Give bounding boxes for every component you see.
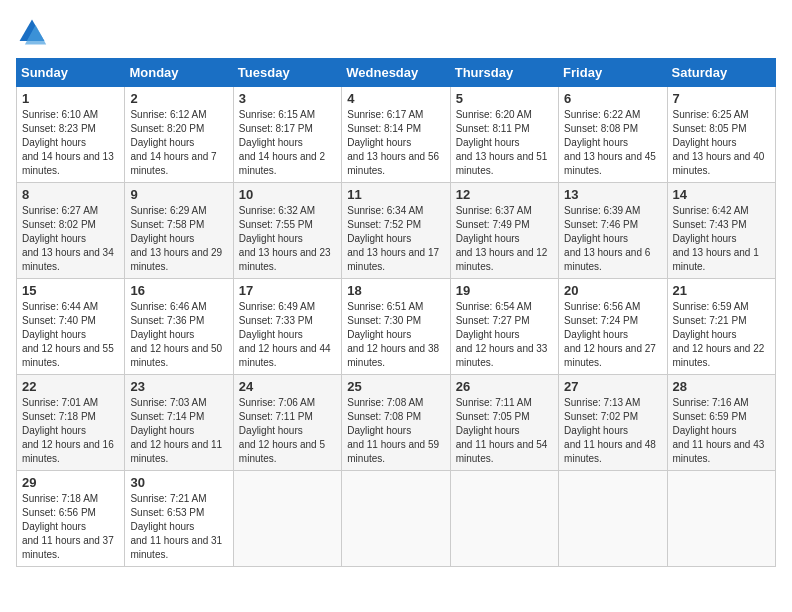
day-info: Sunrise: 6:10 AMSunset: 8:23 PMDaylight … [22,108,119,178]
weekday-header: Thursday [450,59,558,87]
day-number: 5 [456,91,553,106]
day-info: Sunrise: 6:34 AMSunset: 7:52 PMDaylight … [347,204,444,274]
calendar-day-cell: 24Sunrise: 7:06 AMSunset: 7:11 PMDayligh… [233,375,341,471]
day-info: Sunrise: 6:59 AMSunset: 7:21 PMDaylight … [673,300,770,370]
calendar-day-cell: 29Sunrise: 7:18 AMSunset: 6:56 PMDayligh… [17,471,125,567]
calendar-week-row: 8Sunrise: 6:27 AMSunset: 8:02 PMDaylight… [17,183,776,279]
day-info: Sunrise: 7:06 AMSunset: 7:11 PMDaylight … [239,396,336,466]
weekday-header: Tuesday [233,59,341,87]
calendar-day-cell [667,471,775,567]
calendar-day-cell: 17Sunrise: 6:49 AMSunset: 7:33 PMDayligh… [233,279,341,375]
day-info: Sunrise: 6:22 AMSunset: 8:08 PMDaylight … [564,108,661,178]
day-info: Sunrise: 6:42 AMSunset: 7:43 PMDaylight … [673,204,770,274]
day-number: 8 [22,187,119,202]
calendar-day-cell: 8Sunrise: 6:27 AMSunset: 8:02 PMDaylight… [17,183,125,279]
calendar-week-row: 22Sunrise: 7:01 AMSunset: 7:18 PMDayligh… [17,375,776,471]
day-number: 15 [22,283,119,298]
day-number: 16 [130,283,227,298]
calendar-day-cell: 22Sunrise: 7:01 AMSunset: 7:18 PMDayligh… [17,375,125,471]
day-number: 22 [22,379,119,394]
calendar-day-cell: 20Sunrise: 6:56 AMSunset: 7:24 PMDayligh… [559,279,667,375]
day-number: 18 [347,283,444,298]
day-info: Sunrise: 6:12 AMSunset: 8:20 PMDaylight … [130,108,227,178]
day-number: 13 [564,187,661,202]
day-info: Sunrise: 7:21 AMSunset: 6:53 PMDaylight … [130,492,227,562]
day-number: 2 [130,91,227,106]
calendar-day-cell: 13Sunrise: 6:39 AMSunset: 7:46 PMDayligh… [559,183,667,279]
day-info: Sunrise: 6:32 AMSunset: 7:55 PMDaylight … [239,204,336,274]
day-info: Sunrise: 6:44 AMSunset: 7:40 PMDaylight … [22,300,119,370]
day-number: 26 [456,379,553,394]
day-number: 21 [673,283,770,298]
day-number: 7 [673,91,770,106]
calendar-day-cell: 4Sunrise: 6:17 AMSunset: 8:14 PMDaylight… [342,87,450,183]
weekday-header: Friday [559,59,667,87]
day-number: 23 [130,379,227,394]
day-info: Sunrise: 6:49 AMSunset: 7:33 PMDaylight … [239,300,336,370]
calendar-day-cell: 18Sunrise: 6:51 AMSunset: 7:30 PMDayligh… [342,279,450,375]
day-info: Sunrise: 6:27 AMSunset: 8:02 PMDaylight … [22,204,119,274]
day-number: 3 [239,91,336,106]
day-info: Sunrise: 7:08 AMSunset: 7:08 PMDaylight … [347,396,444,466]
weekday-header: Monday [125,59,233,87]
day-number: 17 [239,283,336,298]
calendar-day-cell: 25Sunrise: 7:08 AMSunset: 7:08 PMDayligh… [342,375,450,471]
calendar-day-cell: 28Sunrise: 7:16 AMSunset: 6:59 PMDayligh… [667,375,775,471]
day-number: 9 [130,187,227,202]
weekday-header-row: SundayMondayTuesdayWednesdayThursdayFrid… [17,59,776,87]
day-info: Sunrise: 6:15 AMSunset: 8:17 PMDaylight … [239,108,336,178]
calendar-day-cell [450,471,558,567]
day-info: Sunrise: 7:16 AMSunset: 6:59 PMDaylight … [673,396,770,466]
day-info: Sunrise: 6:39 AMSunset: 7:46 PMDaylight … [564,204,661,274]
day-info: Sunrise: 6:56 AMSunset: 7:24 PMDaylight … [564,300,661,370]
day-number: 25 [347,379,444,394]
calendar-day-cell: 27Sunrise: 7:13 AMSunset: 7:02 PMDayligh… [559,375,667,471]
calendar-week-row: 1Sunrise: 6:10 AMSunset: 8:23 PMDaylight… [17,87,776,183]
day-info: Sunrise: 6:37 AMSunset: 7:49 PMDaylight … [456,204,553,274]
calendar-day-cell [342,471,450,567]
calendar-day-cell: 1Sunrise: 6:10 AMSunset: 8:23 PMDaylight… [17,87,125,183]
header [16,16,776,48]
day-number: 6 [564,91,661,106]
logo [16,16,52,48]
day-info: Sunrise: 7:18 AMSunset: 6:56 PMDaylight … [22,492,119,562]
day-number: 11 [347,187,444,202]
day-number: 24 [239,379,336,394]
calendar-day-cell: 11Sunrise: 6:34 AMSunset: 7:52 PMDayligh… [342,183,450,279]
calendar-day-cell: 14Sunrise: 6:42 AMSunset: 7:43 PMDayligh… [667,183,775,279]
day-info: Sunrise: 7:01 AMSunset: 7:18 PMDaylight … [22,396,119,466]
calendar-day-cell: 23Sunrise: 7:03 AMSunset: 7:14 PMDayligh… [125,375,233,471]
day-info: Sunrise: 6:29 AMSunset: 7:58 PMDaylight … [130,204,227,274]
day-info: Sunrise: 6:54 AMSunset: 7:27 PMDaylight … [456,300,553,370]
calendar-day-cell: 9Sunrise: 6:29 AMSunset: 7:58 PMDaylight… [125,183,233,279]
calendar-day-cell: 30Sunrise: 7:21 AMSunset: 6:53 PMDayligh… [125,471,233,567]
day-number: 27 [564,379,661,394]
day-info: Sunrise: 6:46 AMSunset: 7:36 PMDaylight … [130,300,227,370]
calendar-day-cell: 26Sunrise: 7:11 AMSunset: 7:05 PMDayligh… [450,375,558,471]
calendar-day-cell: 10Sunrise: 6:32 AMSunset: 7:55 PMDayligh… [233,183,341,279]
calendar-day-cell: 21Sunrise: 6:59 AMSunset: 7:21 PMDayligh… [667,279,775,375]
calendar-day-cell: 16Sunrise: 6:46 AMSunset: 7:36 PMDayligh… [125,279,233,375]
day-number: 29 [22,475,119,490]
calendar-day-cell: 2Sunrise: 6:12 AMSunset: 8:20 PMDaylight… [125,87,233,183]
day-number: 20 [564,283,661,298]
calendar-day-cell [559,471,667,567]
day-number: 14 [673,187,770,202]
calendar-day-cell: 6Sunrise: 6:22 AMSunset: 8:08 PMDaylight… [559,87,667,183]
day-number: 28 [673,379,770,394]
weekday-header: Sunday [17,59,125,87]
day-number: 1 [22,91,119,106]
day-info: Sunrise: 6:51 AMSunset: 7:30 PMDaylight … [347,300,444,370]
day-info: Sunrise: 6:25 AMSunset: 8:05 PMDaylight … [673,108,770,178]
day-number: 10 [239,187,336,202]
day-number: 12 [456,187,553,202]
weekday-header: Wednesday [342,59,450,87]
calendar-day-cell: 19Sunrise: 6:54 AMSunset: 7:27 PMDayligh… [450,279,558,375]
calendar-day-cell: 15Sunrise: 6:44 AMSunset: 7:40 PMDayligh… [17,279,125,375]
day-info: Sunrise: 6:20 AMSunset: 8:11 PMDaylight … [456,108,553,178]
day-number: 30 [130,475,227,490]
calendar-day-cell: 12Sunrise: 6:37 AMSunset: 7:49 PMDayligh… [450,183,558,279]
day-info: Sunrise: 7:03 AMSunset: 7:14 PMDaylight … [130,396,227,466]
calendar-day-cell: 3Sunrise: 6:15 AMSunset: 8:17 PMDaylight… [233,87,341,183]
calendar-day-cell [233,471,341,567]
